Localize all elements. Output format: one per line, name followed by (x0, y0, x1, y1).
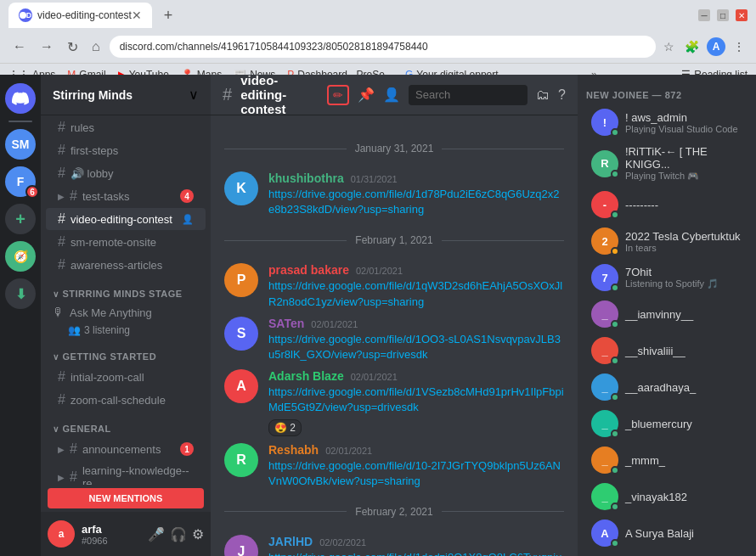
member-mmm[interactable]: _ _mmm_ (583, 442, 751, 478)
tab-close-button[interactable]: ✕ (132, 8, 142, 22)
extensions-button[interactable]: 🧩 (682, 37, 702, 56)
message-avatar: S (224, 317, 258, 351)
add-server-button[interactable]: + (5, 204, 36, 234)
message-header: prasad bakare 02/01/2021 (268, 263, 564, 277)
bookmark-star-button[interactable]: ☆ (661, 37, 677, 56)
date-divider-feb1: February 1, 2021 (211, 227, 578, 253)
member-ak-hacks[interactable]: A A.k hacks (583, 552, 751, 556)
member-aaradhaya[interactable]: _ __aaradhaya_ (583, 369, 751, 405)
message-header: Adarsh Blaze 02/01/2021 (268, 369, 564, 383)
explore-servers-button[interactable]: 🧭 (5, 241, 36, 272)
channel-item-rules[interactable]: # rules (46, 116, 206, 138)
stage-channel-ask[interactable]: 🎙 Ask Me Anything (41, 302, 211, 323)
discord-home-icon[interactable] (5, 83, 36, 114)
edit-button[interactable]: ✏ (327, 85, 349, 105)
channel-item-lobby[interactable]: # 🔊 lobby (46, 162, 206, 184)
date-text: February 1, 2021 (347, 234, 441, 246)
members-button[interactable]: 👤 (383, 87, 400, 103)
server-header[interactable]: Stirring Minds ∨ (41, 75, 211, 115)
message-avatar: K (224, 171, 258, 205)
section-getting-started[interactable]: ∨ GETTING STARTED (41, 340, 211, 365)
channel-item-intial-zoom[interactable]: # intial-zoom-call (46, 366, 206, 388)
member-dashes[interactable]: - --------- (583, 187, 751, 222)
deafen-button[interactable]: 🎧 (170, 526, 187, 542)
channel-item-announcements[interactable]: ▶ # announcements 1 (46, 438, 206, 460)
status-dot (611, 503, 619, 511)
message-link[interactable]: https://drive.google.com/file/d/1d78Pdu2… (268, 188, 560, 216)
member-name: 7Ohit (625, 266, 742, 278)
settings-button[interactable]: ⚙ (192, 526, 204, 542)
member-status: Playing Twitch 🎮 (625, 171, 742, 182)
home-button[interactable]: ⌂ (87, 37, 104, 57)
close-button[interactable]: ✕ (736, 9, 748, 21)
profile-button[interactable]: A (707, 37, 725, 56)
message-link[interactable]: https://drive.google.com/file/d/1OO3-sL0… (268, 333, 561, 361)
channel-item-awareness[interactable]: # awareness-articles (46, 254, 206, 276)
inbox-button[interactable]: 🗂 (536, 87, 550, 103)
help-button[interactable]: ? (558, 87, 566, 103)
message-text: https://drive.google.com/file/d/1d78Pdu2… (268, 187, 564, 217)
section-general[interactable]: ∨ GENERAL (41, 412, 211, 437)
channel-name: video-editing-contest (71, 213, 172, 226)
member-vinayak182[interactable]: _ _vinayak182 (583, 479, 751, 514)
channel-item-learning[interactable]: ▶ # learning--knowledge--re... (46, 461, 206, 485)
channel-item-sm-remote[interactable]: # sm-remote-onsite (46, 231, 206, 253)
message-content: JARlHD 02/02/2021 https://drive.google.c… (268, 535, 564, 556)
message-avatar: J (224, 535, 258, 556)
member-status: In tears (625, 243, 742, 253)
refresh-button[interactable]: ↻ (63, 37, 82, 58)
member-aws-admin[interactable]: ! ! aws_admin Playing Visual Studio Code (583, 104, 751, 140)
message-reaction[interactable]: 😍 2 (268, 419, 302, 436)
member-avatar: _ (591, 300, 618, 328)
messages-container: January 31, 2021 K khushibothra 01/31/20… (211, 115, 578, 556)
member-rittik[interactable]: R !RiTTiK-← [ THE KNIGG... Playing Twitc… (583, 141, 751, 186)
menu-button[interactable]: ⋮ (731, 37, 748, 56)
member-info: _vinayak182 (625, 491, 742, 503)
message-link[interactable]: https://drive.google.com/file/d/1qW3D2sd… (268, 279, 562, 307)
date-line (442, 149, 564, 149)
channel-item-zoom-schedule[interactable]: # zoom-call-schedule (46, 389, 206, 411)
message-text: https://drive.google.com/file/d/1VSezb8c… (268, 385, 564, 415)
message-link[interactable]: https://drive.google.com/file/d/10-2I7JG… (268, 459, 561, 487)
member-iamvinny[interactable]: _ __iamvinny__ (583, 296, 751, 332)
back-button[interactable]: ← (8, 37, 31, 57)
server-icon-sm[interactable]: SM (5, 129, 36, 160)
search-input[interactable] (409, 85, 528, 105)
message-header: Reshabh 02/01/2021 (268, 443, 564, 457)
channel-item-test-tasks[interactable]: ▶ # test-tasks 4 (46, 185, 206, 207)
member-avatar: 7 (591, 264, 618, 291)
server-icon-f[interactable]: F 6 (5, 166, 36, 197)
channel-item-video-editing[interactable]: # video-editing-contest 👤 (46, 208, 206, 230)
message-link[interactable]: https://drive.google.com/file/d/1dodzi0O… (268, 551, 561, 556)
channel-name: first-steps (71, 144, 118, 157)
channel-item-first-steps[interactable]: # first-steps (46, 139, 206, 161)
member-avatar: _ (591, 337, 618, 364)
member-7ohit[interactable]: 7 7Ohit Listening to Spotify 🎵 (583, 260, 751, 295)
download-apps-button[interactable]: ⬇ (5, 278, 36, 309)
new-mentions-button[interactable]: NEW MENTIONS (48, 488, 204, 508)
window-controls: ─ □ ✕ (698, 9, 748, 21)
active-tab[interactable]: D video-editing-contest ✕ (8, 3, 152, 28)
address-input[interactable] (110, 36, 656, 58)
member-tesla[interactable]: 2 2022 Tesla Cybertuktuk In tears (583, 223, 751, 259)
forward-button[interactable]: → (36, 37, 58, 57)
title-bar: D video-editing-contest ✕ + ─ □ ✕ (0, 0, 756, 31)
mute-button[interactable]: 🎤 (148, 526, 165, 542)
pin-button[interactable]: 📌 (358, 87, 375, 103)
expand-arrow-icon: ▶ (58, 473, 65, 482)
channel-name: rules (71, 121, 94, 134)
channel-hash-icon: # (58, 211, 65, 227)
minimize-button[interactable]: ─ (698, 9, 710, 21)
member-name: _bluemercury (625, 418, 742, 430)
member-bluemercury[interactable]: _ _bluemercury (583, 406, 751, 441)
member-info: _bluemercury (625, 418, 742, 430)
status-dot (611, 170, 619, 178)
chat-header: # video-editing-contest ✏ 📌 👤 🗂 ? (211, 75, 578, 115)
member-shivaliii[interactable]: _ __shivaliii__ (583, 333, 751, 368)
member-avatar: A (591, 519, 618, 547)
maximize-button[interactable]: □ (717, 9, 729, 21)
section-stirring-minds-stage[interactable]: ∨ STIRRING MINDS STAGE (41, 277, 211, 302)
member-surya-balaji[interactable]: A A Surya Balaji (583, 515, 751, 551)
message-link[interactable]: https://drive.google.com/file/d/1VSezb8c… (268, 385, 564, 413)
new-tab-button[interactable]: + (157, 5, 180, 26)
